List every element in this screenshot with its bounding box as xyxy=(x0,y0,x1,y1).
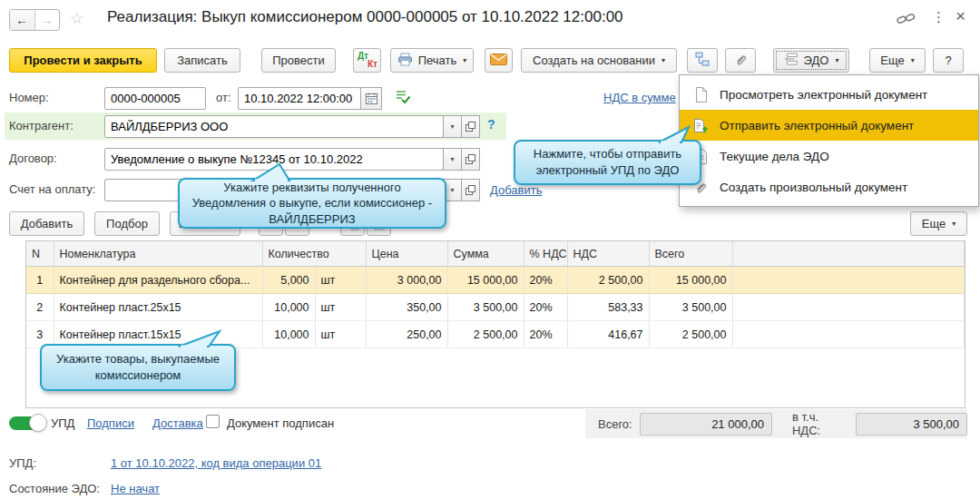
signatures-link[interactable]: Подписи xyxy=(87,416,134,430)
edo-state-link[interactable]: Не начат xyxy=(111,482,160,495)
table-row[interactable]: 1 Контейнер для раздельного сбора... 5,0… xyxy=(26,267,965,294)
posted-document-icon[interactable] xyxy=(394,88,411,109)
dtkt-button[interactable]: Дт Кт xyxy=(353,48,381,73)
vat-total-value: 3 500,00 xyxy=(856,413,967,435)
col-vat[interactable]: НДС xyxy=(567,241,649,267)
calendar-icon[interactable] xyxy=(360,87,382,110)
attachments-button[interactable] xyxy=(725,48,756,73)
row-filler xyxy=(732,267,964,294)
post-button[interactable]: Провести xyxy=(261,48,336,73)
document-window: ← → ☆ Реализация: Выкуп комиссионером 00… xyxy=(0,0,980,499)
row-unit: шт xyxy=(315,267,366,294)
invoice-open-icon[interactable] xyxy=(461,179,480,201)
col-nomenclature[interactable]: Номенклатура xyxy=(54,241,262,267)
row-qty[interactable]: 10,000 xyxy=(262,294,315,321)
contractor-help-icon[interactable]: ? xyxy=(487,117,495,132)
help-button[interactable]: ? xyxy=(933,48,964,73)
dropdown-icon: ▾ xyxy=(952,220,956,228)
contractor-open-icon[interactable] xyxy=(461,115,480,138)
dropdown-icon: ▾ xyxy=(662,56,665,64)
favorite-star-icon[interactable]: ☆ xyxy=(70,9,83,28)
col-total[interactable]: Всего xyxy=(649,241,732,267)
more-button[interactable]: Еще ▾ xyxy=(869,48,926,73)
upd-label: УПД: xyxy=(9,456,36,470)
row-filler xyxy=(732,321,964,348)
upd-toggle[interactable] xyxy=(9,416,39,430)
menu-item-send-edoc[interactable]: Отправить электронный документ xyxy=(680,110,978,141)
row-price[interactable]: 250,00 xyxy=(366,321,447,348)
number-input[interactable] xyxy=(104,87,206,110)
contractor-dropdown-icon[interactable]: ▾ xyxy=(443,115,462,138)
row-total: 3 500,00 xyxy=(649,294,732,321)
get-link-icon[interactable] xyxy=(897,12,916,29)
goods-tooltip: Укажите товары, выкупаемые комиссионером xyxy=(40,344,236,391)
send-email-button[interactable] xyxy=(485,48,513,73)
col-price[interactable]: Цена xyxy=(366,241,447,267)
contract-dropdown-icon[interactable]: ▾ xyxy=(443,148,462,171)
row-total: 2 500,00 xyxy=(649,321,732,348)
table-more-button[interactable]: Еще ▾ xyxy=(910,211,967,236)
contractor-input[interactable] xyxy=(104,115,444,138)
total-label: Всего: xyxy=(598,417,632,431)
kt-icon: Кт xyxy=(368,60,377,69)
col-n[interactable]: N xyxy=(26,241,54,267)
row-nomenclature[interactable]: Контейнер пласт.25x15 xyxy=(54,294,262,321)
menu-item-create-arbitrary[interactable]: Создать произвольный документ xyxy=(680,171,978,202)
menu-item-label: Создать произвольный документ xyxy=(720,181,907,194)
structure-button[interactable] xyxy=(687,48,718,73)
edo-button[interactable]: ЭДО ▾ xyxy=(773,48,849,73)
delivery-link[interactable]: Доставка xyxy=(152,416,203,430)
date-input[interactable] xyxy=(238,87,361,110)
signed-checkbox[interactable] xyxy=(206,415,220,428)
row-sum: 15 000,00 xyxy=(447,267,524,294)
vat-total-label: в т.ч. НДС: xyxy=(792,410,848,437)
row-vat-rate[interactable]: 20% xyxy=(524,267,567,294)
create-based-on-button[interactable]: Создать на основании ▾ xyxy=(521,48,677,73)
save-button[interactable]: Записать xyxy=(164,48,240,73)
contract-label: Договор: xyxy=(9,152,57,165)
row-add-button[interactable]: Добавить xyxy=(9,211,84,236)
table-more-label: Еще xyxy=(922,217,946,230)
date-label: от: xyxy=(216,91,231,104)
col-sum[interactable]: Сумма xyxy=(447,241,524,267)
invoice-label: Счет на оплату: xyxy=(9,182,95,196)
document-icon xyxy=(692,87,709,103)
forward-icon[interactable]: → xyxy=(35,10,60,30)
close-icon[interactable]: × xyxy=(956,6,965,26)
post-and-close-button[interactable]: Провести и закрыть xyxy=(9,48,157,73)
dropdown-icon: ▾ xyxy=(463,56,466,64)
row-price[interactable]: 3 000,00 xyxy=(366,267,447,294)
col-quantity[interactable]: Количество xyxy=(262,241,366,267)
row-price[interactable]: 350,00 xyxy=(366,294,447,321)
row-pick-button[interactable]: Подбор xyxy=(94,211,160,236)
upd-document-link[interactable]: 1 от 10.10.2022, код вида операции 01 xyxy=(111,456,321,470)
print-button[interactable]: Печать ▾ xyxy=(390,48,474,73)
contract-tooltip: Укажите реквизиты полученного Уведомлени… xyxy=(178,178,446,229)
row-filler xyxy=(732,294,964,321)
contract-open-icon[interactable] xyxy=(461,148,480,171)
row-vat-rate[interactable]: 20% xyxy=(524,321,567,348)
menu-item-view-edoc[interactable]: Просмотреть электронный документ xyxy=(680,79,978,110)
row-vat-rate[interactable]: 20% xyxy=(524,294,567,321)
page-title: Реализация: Выкуп комиссионером 0000-000… xyxy=(107,8,623,26)
add-invoice-link[interactable]: Добавить xyxy=(490,183,542,197)
menu-item-edo-tasks[interactable]: Текущие дела ЭДО xyxy=(680,141,978,171)
col-vat-rate[interactable]: % НДС xyxy=(524,241,567,267)
row-qty[interactable]: 5,000 xyxy=(262,267,315,294)
edo-label: ЭДО xyxy=(804,54,829,67)
edo-dropdown-menu: Просмотреть электронный документ Отправи… xyxy=(679,74,979,207)
print-label: Печать xyxy=(418,54,457,67)
row-qty[interactable]: 10,000 xyxy=(262,321,315,348)
goods-tooltip-text: Укажите товары, выкупаемые комиссионером xyxy=(53,351,223,383)
menu-item-label: Просмотреть электронный документ xyxy=(720,88,927,102)
table-row[interactable]: 2 Контейнер пласт.25x15 10,000 шт 350,00… xyxy=(26,294,965,321)
row-vat: 416,67 xyxy=(567,321,649,348)
printer-icon xyxy=(397,53,413,69)
row-sum: 2 500,00 xyxy=(447,321,524,348)
row-nomenclature[interactable]: Контейнер для раздельного сбора... xyxy=(54,267,262,294)
kebab-menu-icon[interactable]: ⋮ xyxy=(932,9,946,25)
menu-item-label: Текущие дела ЭДО xyxy=(720,150,829,163)
edo-state-label: Состояние ЭДО: xyxy=(9,482,100,495)
vat-in-total-link[interactable]: НДС в сумме xyxy=(603,91,676,104)
back-icon[interactable]: ← xyxy=(10,10,35,30)
